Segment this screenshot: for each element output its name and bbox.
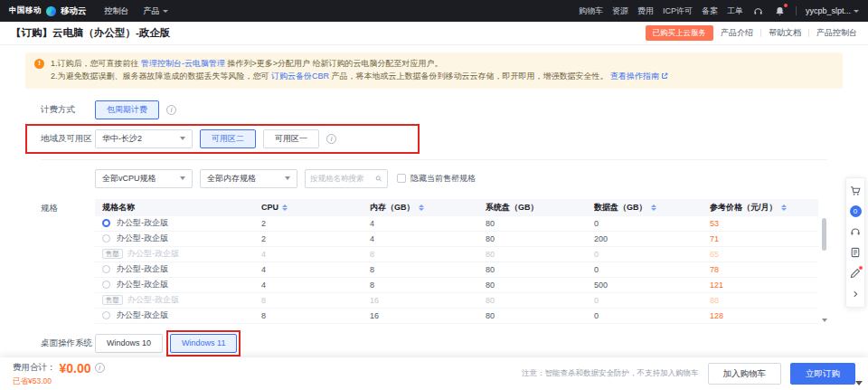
spec-radio[interactable] [102,265,110,273]
col-header-datadisk[interactable]: 数据盘（GB） [587,202,703,214]
total-block: 费用合计： ¥0.00 已省¥53.00 [13,361,105,387]
floating-toolbar: 0 [845,177,865,308]
col-header-memory[interactable]: 内存（GB） [363,202,478,214]
menu-products[interactable]: 产品 [144,5,168,17]
table-row[interactable]: 售罄 办公型-政企版 8 16 80 0 88 [95,293,818,309]
spec-name: 办公型-政企版 [127,248,179,260]
table-row[interactable]: 售罄 办公型-政企版 4 8 80 0 65 [95,247,818,262]
spec-radio[interactable] [102,281,110,289]
spec-memory-cell: 8 [363,281,478,290]
add-to-cart-button[interactable]: 加入购物车 [708,363,782,385]
os-option-windows10[interactable]: Windows 10 [95,334,163,353]
feedback-pencil-icon[interactable] [849,267,862,280]
scrollbar-thumb[interactable] [822,218,826,251]
operation-guide-link[interactable]: 查看操作指南 [610,71,668,81]
hide-soldout-checkbox[interactable]: 隐藏当前售罄规格 [397,173,476,185]
spec-name: 办公型-政企版 [117,279,168,290]
cbr-backup-link[interactable]: 订购云备份CBR [271,71,329,81]
table-row[interactable]: 售罄 办公型-政企版 2 4 80 0 53 [95,216,818,232]
purchased-services-button[interactable]: 已购买上云服务 [646,25,714,41]
table-scrollbar[interactable] [821,216,827,324]
col-header-price[interactable]: 参考价格（元/月） [703,202,818,214]
spec-radio[interactable] [102,311,110,319]
top-menu: 控制台 产品 [105,5,168,17]
sort-icon[interactable] [651,205,656,212]
collapse-chevron-icon[interactable] [849,288,862,300]
spec-section: 规格 规格名称 CPU 内存（GB） 系统盘（GB） 数据盘（GB） 参考价格（… [41,199,827,324]
cart-icon[interactable] [849,185,862,197]
nav-link-ticket[interactable]: 工单 [727,5,743,17]
external-link-icon [661,72,668,80]
total-amount: ¥0.00 [60,361,91,376]
console-management-link[interactable]: 管理控制台-云电脑管理 [141,59,225,68]
total-label: 费用合计： [13,362,56,374]
cloud-logo-icon [46,6,56,16]
nav-link-billing[interactable]: 费用 [637,5,654,17]
table-row[interactable]: 售罄 办公型-政企版 4 8 80 0 78 [95,262,818,278]
notification-dot [784,4,788,7]
memory-filter-select[interactable]: 全部内存规格 [200,169,297,188]
help-doc-link[interactable]: 帮助文档 [769,27,801,39]
table-row[interactable]: 售罄 办公型-政企版 2 4 80 200 71 [95,232,818,247]
nav-link-cart[interactable]: 购物车 [579,5,603,17]
col-header-cpu[interactable]: CPU [254,203,363,212]
brand-logo[interactable]: 中国移动 移动云 [9,5,87,17]
support-icon[interactable] [752,5,765,17]
spec-name-cell: 售罄 办公型-政企版 [95,233,254,244]
page-title: 【订购】云电脑（办公型）-政企版 [11,26,170,40]
footer-note: 注意：智能查杀和数据安全防护，不支持加入购物车 [522,368,699,379]
cloud-logo-text: 移动云 [61,5,87,17]
spec-table-body: 售罄 办公型-政企版 2 4 80 0 53 售罄 办公型-政企版 2 4 80… [95,216,818,324]
sort-icon[interactable] [419,205,424,212]
spec-cpu-cell: 2 [254,219,363,228]
saved-amount: 已省¥53.00 [13,376,105,387]
os-label: 桌面操作系统 [41,338,95,349]
soldout-badge: 售罄 [102,249,123,259]
section-divider [41,159,827,160]
vcpu-filter-select[interactable]: 全部vCPU规格 [95,169,193,188]
nav-link-filing[interactable]: 备案 [702,5,718,17]
billing-option-subscription[interactable]: 包周期计费 [95,100,159,119]
product-console-link[interactable]: 产品控制台 [816,27,857,39]
page-header: 【订购】云电脑（办公型）-政企版 已购买上云服务 产品介绍 帮助文档 产品控制台 [0,22,868,45]
menu-console[interactable]: 控制台 [105,5,129,17]
nav-link-resources[interactable]: 资源 [612,5,628,17]
col-header-sysdisk: 系统盘（GB） [478,202,587,214]
notice-line-1: 1.订购后，您可直接前往 管理控制台-云电脑管理 操作列>更多>分配用户 给新订… [51,58,668,71]
bell-icon[interactable] [774,5,787,17]
region-row: 地域及可用区 华中-长沙2 可用区二 可用区一 [41,129,827,148]
product-intro-link[interactable]: 产品介绍 [721,27,753,39]
table-row[interactable]: 售罄 办公型-政企版 4 8 80 500 121 [95,278,818,293]
spec-search-input[interactable] [310,174,372,183]
spec-radio[interactable] [102,219,110,227]
total-info-icon[interactable] [95,363,105,373]
total-line: 费用合计： ¥0.00 [13,361,105,376]
az-info-icon[interactable] [326,134,336,144]
order-now-button[interactable]: 立即订购 [790,363,855,385]
scroll-down-icon[interactable] [822,319,827,322]
survey-icon[interactable] [849,246,862,259]
headset-icon[interactable] [849,225,862,238]
page-scroll-down-icon[interactable] [855,381,863,385]
region-select[interactable]: 华中-长沙2 [95,129,193,148]
sort-icon[interactable] [282,205,288,212]
az-option-zone2[interactable]: 可用区二 [200,129,256,148]
spec-price-cell: 71 [703,234,818,243]
spec-datadisk-cell: 0 [587,265,703,274]
billing-info-icon[interactable] [166,105,176,115]
spec-sysdisk-cell: 80 [478,250,587,259]
spec-cpu-cell: 4 [254,265,363,274]
top-navbar: 中国移动 移动云 控制台 产品 购物车 资源 费用 ICP许可 备案 工单 yy… [0,0,868,22]
table-row[interactable]: 售罄 办公型-政企版 8 16 80 0 128 [95,309,818,324]
nav-link-icp[interactable]: ICP许可 [663,5,693,17]
spec-radio[interactable] [102,234,110,243]
sort-icon[interactable] [781,205,787,212]
spec-price-cell: 128 [703,311,818,320]
os-option-windows11[interactable]: Windows 11 [170,334,237,353]
chevron-down-icon [180,137,185,140]
spec-memory-cell: 8 [363,265,478,274]
az-option-zone1[interactable]: 可用区一 [263,129,319,148]
user-menu[interactable]: yycpb_slpt... [806,6,859,15]
cart-count-badge[interactable]: 0 [850,205,862,217]
spec-datadisk-cell: 0 [587,250,703,259]
